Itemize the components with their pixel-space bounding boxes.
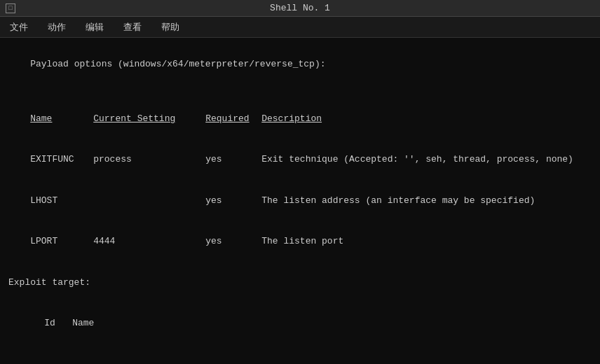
menu-action[interactable]: 动作 (43, 20, 70, 35)
payload-header: Payload options (windows/x64/meterpreter… (8, 43, 592, 85)
table-headers: NameCurrent SettingRequiredDescription (8, 98, 592, 139)
title-bar: □ Shell No. 1 (0, 0, 600, 17)
spacer-2 (8, 262, 592, 276)
menu-view[interactable]: 查看 (119, 20, 146, 35)
spacer-1 (8, 85, 592, 99)
terminal[interactable]: Payload options (windows/x64/meterpreter… (0, 38, 600, 364)
exploit-target-col-headers: IdName (8, 303, 592, 344)
menu-file[interactable]: 文件 (6, 20, 32, 35)
table-row-exitfunc: EXITFUNCprocessyesExit technique (Accept… (8, 139, 592, 181)
spacer-3 (8, 289, 592, 303)
window-title: Shell No. 1 (270, 3, 330, 13)
window-icon: □ (6, 4, 15, 13)
exploit-target-col-dividers: ------ (8, 344, 592, 364)
menu-help[interactable]: 帮助 (157, 20, 184, 35)
menu-edit[interactable]: 编辑 (81, 20, 108, 35)
table-row-lhost: LHOSTyesThe listen address (an interface… (8, 180, 592, 221)
menu-bar: 文件 动作 编辑 查看 帮助 (0, 17, 600, 38)
table-row-lport: LPORT4444yesThe listen port (8, 221, 592, 262)
exploit-target-header: Exploit target: (8, 276, 592, 290)
